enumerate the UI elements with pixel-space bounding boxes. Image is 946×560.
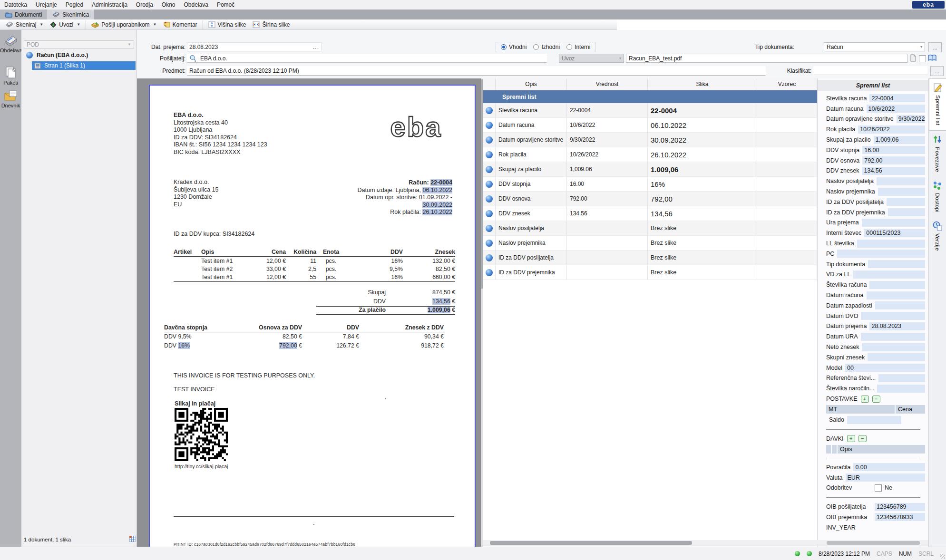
grid-col-cena[interactable]: Cena: [896, 405, 925, 414]
menu-item[interactable]: Obdelava: [180, 0, 213, 10]
field-input[interactable]: [875, 301, 925, 309]
column-header-slika[interactable]: Slika: [648, 78, 757, 90]
menu-item[interactable]: Administracija: [88, 0, 132, 10]
field-input[interactable]: 792.00: [862, 156, 925, 164]
chevron-down-icon[interactable]: ▼: [153, 22, 157, 27]
classifier-field[interactable]: [813, 66, 927, 75]
side-tab-verzije[interactable]: Verzije: [929, 217, 946, 256]
oib1-input[interactable]: 123456789: [875, 503, 925, 511]
table-row[interactable]: Datum opravljene storitve 9/30/2022 30.0…: [483, 133, 817, 147]
field-input[interactable]: 10/6/2022: [867, 105, 925, 113]
field-input[interactable]: [887, 198, 925, 206]
field-input[interactable]: 9/30/2022: [897, 115, 925, 123]
add-row-button[interactable]: +: [861, 396, 869, 403]
field-input[interactable]: 28.08.2023: [869, 322, 925, 330]
field-input[interactable]: [867, 291, 925, 299]
date-received-field[interactable]: 28.08.2023 ...: [187, 42, 322, 51]
oib2-input[interactable]: 12345678933: [875, 513, 925, 521]
filename-field[interactable]: Racun_EBA_test.pdf: [626, 54, 907, 63]
chevron-down-icon[interactable]: ▾: [920, 45, 922, 49]
add-row-button[interactable]: +: [847, 435, 855, 442]
field-input[interactable]: 134.56: [862, 167, 925, 175]
table-row[interactable]: DDV znesek 134.56 134,56: [483, 206, 817, 221]
checkbox[interactable]: [875, 484, 882, 492]
scan-button[interactable]: Skeniraj▼: [2, 20, 47, 29]
field-input[interactable]: [878, 188, 925, 196]
field-input[interactable]: [861, 312, 925, 320]
invoice-page[interactable]: EBA d.o.o. Litostrojska cesta 401000 Lju…: [149, 85, 476, 547]
field-input[interactable]: [862, 219, 925, 227]
table-row[interactable]: DDV osnova 792.00 792,00: [483, 192, 817, 206]
table-row[interactable]: Rok placila 10/26/2022 26.10.2022: [483, 147, 817, 162]
tab-dokumenti[interactable]: Dokumenti: [0, 10, 47, 19]
side-tab-dostopi[interactable]: Dostopi: [929, 177, 946, 217]
table-row[interactable]: Datum racuna 10/6/2022 06.10.2022: [483, 118, 817, 133]
direction-radio[interactable]: Vhodni: [501, 44, 527, 50]
radio-icon[interactable]: [501, 44, 507, 50]
grid-icon[interactable]: [129, 536, 136, 542]
table-hscrollbar[interactable]: [483, 540, 817, 546]
search-icon[interactable]: [189, 55, 197, 62]
rail-item-obdelava[interactable]: Obdelava: [0, 35, 21, 53]
field-input[interactable]: [878, 374, 925, 382]
doctype-select[interactable]: Račun ▾: [824, 42, 925, 51]
sender-field[interactable]: EBA d.o.o.: [187, 54, 547, 63]
field-input[interactable]: [857, 240, 925, 248]
image-width-button[interactable]: Širina slike: [249, 20, 293, 29]
field-input[interactable]: [837, 250, 925, 258]
field-input[interactable]: 1,009.06: [874, 136, 925, 144]
column-header-vzorec[interactable]: Vzorec: [757, 78, 817, 90]
field-input[interactable]: 00: [845, 364, 925, 372]
field-input[interactable]: [877, 385, 925, 393]
open-book-icon[interactable]: [927, 53, 937, 63]
rail-item-paketi[interactable]: Paketi: [0, 66, 21, 86]
field-input[interactable]: [888, 208, 925, 216]
valuta-input[interactable]: EUR: [846, 473, 925, 482]
import-button[interactable]: Uvozi▼: [47, 20, 84, 29]
side-tab-spremni-list[interactable]: Spremni list: [929, 78, 946, 131]
grid-col-opis[interactable]: Opis: [838, 445, 925, 454]
field-input[interactable]: 000115/2023: [864, 229, 925, 237]
field-input[interactable]: [861, 333, 925, 341]
direction-radio[interactable]: Izhodni: [533, 44, 560, 50]
remove-row-button[interactable]: −: [872, 396, 880, 403]
side-tab-povezave[interactable]: Povezave: [929, 131, 946, 177]
field-input[interactable]: [877, 177, 925, 185]
grid-col-mt[interactable]: MT: [826, 405, 895, 414]
scrollbar-thumb[interactable]: [827, 541, 920, 545]
document-viewer[interactable]: EBA d.o.o. Litostrojska cesta 401000 Lju…: [137, 78, 480, 547]
menu-item[interactable]: Okno: [157, 0, 180, 10]
field-input[interactable]: [869, 281, 925, 289]
resize-grip[interactable]: [940, 554, 945, 559]
remove-row-button[interactable]: −: [858, 435, 867, 442]
classifier-dots-button[interactable]: ...: [930, 66, 944, 76]
table-row[interactable]: Naslov prejemnika Brez slike: [483, 236, 817, 251]
chevron-down-icon[interactable]: ▼: [77, 22, 80, 27]
menu-item[interactable]: Urejanje: [31, 0, 61, 10]
comment-button[interactable]: Komentar: [160, 20, 201, 29]
menu-item[interactable]: Datoteka: [0, 0, 31, 10]
tab-skenirnica[interactable]: Skenirnica: [47, 10, 94, 19]
field-input[interactable]: [862, 343, 925, 351]
povracila-input[interactable]: 0.00: [853, 463, 925, 471]
field-input[interactable]: [853, 270, 925, 279]
scrollbar-thumb[interactable]: [490, 541, 692, 545]
send-to-users-button[interactable]: Pošlji uporabnikom▼: [88, 20, 160, 29]
page-icon[interactable]: [909, 54, 917, 62]
panel-hscrollbar[interactable]: [817, 540, 928, 546]
image-height-button[interactable]: Višina slike: [205, 20, 250, 29]
saldo-input[interactable]: [847, 416, 901, 424]
table-row[interactable]: Stevilka racuna 22-0004 22-0004: [483, 103, 817, 118]
rail-item-dnevnik[interactable]: Dnevnik: [0, 90, 21, 108]
table-row[interactable]: DDV stopnja 16.00 16%: [483, 177, 817, 192]
table-row[interactable]: Skupaj za placilo 1,009.06 1.009,06: [483, 162, 817, 177]
import-mode-combo[interactable]: Uvoz ▾: [559, 54, 624, 63]
column-header-opis[interactable]: Opis: [496, 78, 567, 90]
radio-icon[interactable]: [533, 44, 539, 50]
chevron-down-icon[interactable]: ▼: [39, 22, 43, 27]
menu-item[interactable]: Pogled: [61, 0, 88, 10]
table-row[interactable]: ID za DDV posiljatelja Brez slike: [483, 251, 817, 265]
field-input[interactable]: 10/26/2022: [858, 126, 925, 134]
column-header-vrednost[interactable]: Vrednost: [567, 78, 648, 90]
radio-icon[interactable]: [566, 44, 572, 50]
